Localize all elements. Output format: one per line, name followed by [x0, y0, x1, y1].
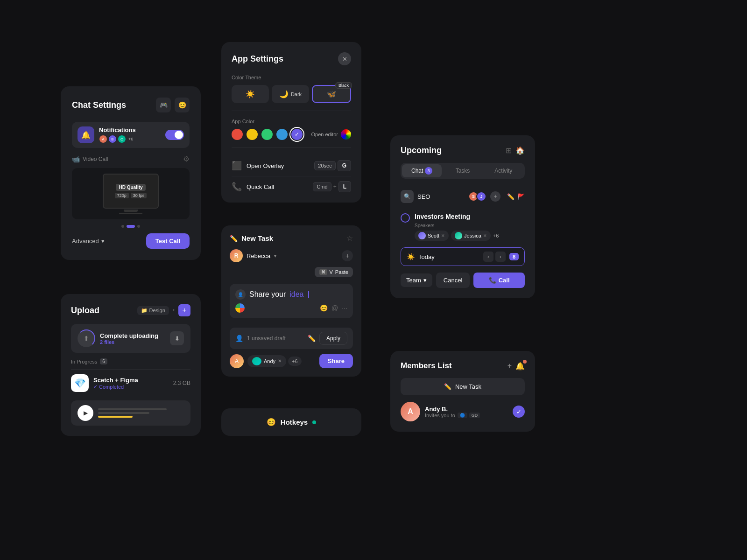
- theme-light[interactable]: ☀️: [232, 85, 269, 103]
- notif-avatar-2: B: [108, 135, 117, 143]
- upload-add-button[interactable]: +: [178, 304, 190, 316]
- tab-chat[interactable]: Chat 3: [402, 164, 442, 177]
- l-key: L: [338, 181, 351, 192]
- meeting-checkbox[interactable]: [401, 213, 410, 223]
- color-blue[interactable]: [276, 129, 288, 140]
- play-button[interactable]: ▶: [78, 405, 93, 421]
- seo-flag-icon[interactable]: 🚩: [517, 193, 525, 200]
- draft-icon: 👤: [235, 335, 243, 342]
- call-button[interactable]: 📞 Call: [473, 273, 525, 288]
- chat-settings-card: Chat Settings 🎮 😊 🔔 Notifications A B C …: [61, 86, 201, 260]
- notifications-toggle[interactable]: [165, 130, 184, 140]
- dot-1[interactable]: [121, 225, 124, 228]
- gamepad-icon-btn[interactable]: 🎮: [156, 98, 171, 112]
- mention-icon[interactable]: @: [331, 304, 338, 312]
- cancel-button[interactable]: Cancel: [436, 273, 470, 288]
- star-button[interactable]: ☆: [346, 234, 353, 243]
- open-editor-label: Open editor: [311, 132, 338, 137]
- emoji-hotkeys-icon: 😊: [267, 418, 276, 427]
- apply-button[interactable]: Apply: [319, 332, 347, 345]
- phone-icon: 📞: [232, 182, 242, 192]
- team-label: Team: [406, 277, 421, 284]
- team-chevron-icon: ▾: [423, 277, 427, 284]
- new-task-button[interactable]: ✏️ New Task: [401, 378, 525, 395]
- remove-andy-icon[interactable]: ✕: [278, 358, 282, 364]
- upload-action-button[interactable]: ⬇: [170, 331, 184, 345]
- theme-dark[interactable]: 🌙 Dark: [272, 85, 309, 103]
- video-settings-icon[interactable]: ⚙: [183, 154, 190, 163]
- color-purple-selected[interactable]: ✓: [291, 129, 303, 140]
- member-row: A Andy B. Invites you to 🔵 GD ✓: [401, 402, 525, 421]
- overlay-key: G: [338, 160, 351, 171]
- member-accept-button[interactable]: ✓: [513, 406, 525, 418]
- sun-icon: ☀️: [407, 253, 415, 260]
- monitor-stand: [124, 210, 138, 212]
- emoji-icon[interactable]: 😊: [320, 304, 328, 312]
- app-settings-card: App Settings ✕ Color Theme ☀️ 🌙 Dark 🦋 B…: [221, 42, 361, 203]
- open-editor-button[interactable]: Open editor: [311, 129, 351, 140]
- date-next-button[interactable]: ›: [495, 252, 506, 262]
- add-assignee-button[interactable]: +: [342, 250, 353, 261]
- overlay-icon: ⬛: [232, 161, 242, 171]
- speaker-jessica[interactable]: Jessica ✕: [451, 231, 491, 241]
- home-icon[interactable]: 🏠: [515, 146, 525, 155]
- more-icon[interactable]: ···: [342, 304, 347, 312]
- close-button[interactable]: ✕: [338, 52, 351, 65]
- file-status: ✓ Completed: [93, 384, 169, 390]
- seo-avatars: S J: [468, 191, 486, 202]
- members-list-card: Members List + 🔔 ✏️ New Task A Andy B. I…: [390, 351, 535, 432]
- overlay-controls: 20sec G: [314, 160, 351, 171]
- files-count-label: 2 files: [100, 339, 165, 345]
- test-call-button[interactable]: Test Call: [146, 233, 190, 249]
- team-button[interactable]: Team ▾: [401, 273, 432, 287]
- remove-jessica-icon[interactable]: ✕: [483, 233, 487, 238]
- color-green[interactable]: [261, 129, 273, 140]
- advanced-button[interactable]: Advanced ▾: [72, 238, 105, 245]
- phone-call-icon: 📞: [489, 277, 496, 284]
- notification-bell[interactable]: 🔔: [515, 362, 525, 371]
- seo-edit-icon[interactable]: ✏️: [507, 193, 514, 200]
- remove-scott-icon[interactable]: ✕: [441, 233, 445, 238]
- grid-icon[interactable]: ⊞: [506, 146, 512, 155]
- video-camera-icon: 📹: [72, 155, 80, 163]
- tab-activity[interactable]: Activity: [484, 164, 523, 177]
- plus-more-speakers[interactable]: +6: [493, 233, 499, 238]
- task-input-area[interactable]: 👤 Share your idea 😊 @ ···: [230, 284, 353, 318]
- upcoming-title: Upcoming: [401, 146, 442, 155]
- edit-draft-button[interactable]: ✏️: [308, 335, 316, 342]
- idea-text: idea: [289, 290, 303, 299]
- color-theme-label: Color Theme: [232, 75, 351, 80]
- dot-3[interactable]: [137, 225, 140, 228]
- invite-badge-google: 🔵: [458, 413, 467, 418]
- folder-icon: 📁: [141, 308, 148, 314]
- jessica-avatar: [455, 232, 462, 239]
- add-member-icon[interactable]: +: [507, 362, 512, 371]
- color-red[interactable]: [232, 129, 243, 140]
- online-indicator: [312, 420, 316, 424]
- share-button[interactable]: Share: [319, 354, 353, 368]
- theme-options: ☀️ 🌙 Dark 🦋 Black: [232, 85, 351, 103]
- draft-label: 1 unsaved draft: [247, 335, 304, 342]
- color-yellow[interactable]: [247, 129, 258, 140]
- andy-avatar: [252, 357, 261, 365]
- seo-label: SEO: [417, 193, 465, 200]
- upcoming-tabs: Chat 3 Tasks Activity: [401, 163, 525, 179]
- rainbow-icon: [341, 129, 351, 140]
- audio-player: ▶: [71, 400, 190, 426]
- face-icon-btn[interactable]: 😊: [175, 98, 190, 112]
- chat-settings-title: Chat Settings: [72, 100, 126, 110]
- carousel-dots: [72, 225, 190, 228]
- pencil-icon: ✏️: [230, 235, 238, 242]
- tab-chat-label: Chat: [411, 168, 423, 174]
- new-task-card: ✏️ New Task ☆ R Rebecca ▾ + ⌘ V Paste 👤 …: [221, 225, 361, 377]
- speaker-scott[interactable]: Scott ✕: [415, 231, 449, 241]
- theme-black[interactable]: 🦋 Black: [312, 85, 351, 103]
- user-tag-andy[interactable]: Andy ✕: [247, 355, 286, 367]
- plus-more-users[interactable]: +6: [288, 357, 302, 366]
- upcoming-card: Upcoming ⊞ 🏠 Chat 3 Tasks Activity 🔍 SEO…: [390, 135, 535, 298]
- file-name: Scetch + Figma: [93, 377, 169, 384]
- seo-add-button[interactable]: +: [490, 191, 500, 202]
- dot-2-active[interactable]: [127, 225, 135, 228]
- date-prev-button[interactable]: ‹: [483, 252, 493, 262]
- tab-tasks[interactable]: Tasks: [443, 164, 482, 177]
